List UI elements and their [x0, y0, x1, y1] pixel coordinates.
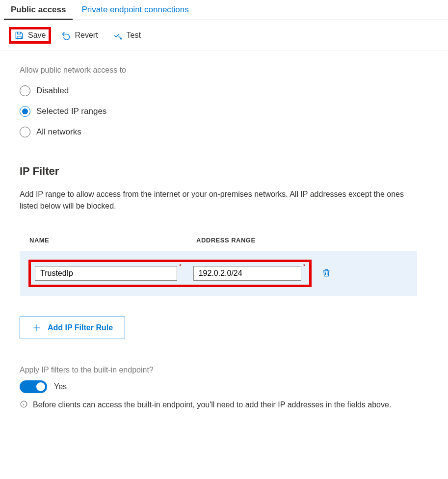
column-name: NAME: [29, 237, 196, 244]
ip-filter-heading: IP Filter: [20, 165, 417, 178]
ip-filter-row-highlight: * *: [28, 260, 312, 287]
content-area: Allow public network access to Disabled …: [0, 51, 437, 426]
info-icon: [20, 400, 28, 408]
range-field-wrap: *: [193, 266, 306, 281]
access-heading: Allow public network access to: [20, 66, 417, 75]
ip-filter-row: * *: [20, 251, 417, 296]
builtin-toggle-row: Yes: [20, 380, 417, 393]
add-ip-filter-rule-button[interactable]: Add IP Filter Rule: [20, 317, 125, 339]
required-indicator: *: [303, 263, 306, 270]
radio-indicator: [20, 106, 30, 117]
radio-label: Selected IP ranges: [36, 106, 106, 116]
revert-button-label: Revert: [75, 31, 98, 40]
required-indicator: *: [179, 263, 182, 270]
toolbar: Save Revert Test: [0, 20, 448, 51]
tab-bar: Public access Private endpoint connectio…: [0, 0, 448, 20]
save-icon: [14, 30, 24, 40]
ip-filter-table: NAME ADDRESS RANGE * *: [20, 230, 417, 296]
radio-indicator: [20, 85, 30, 96]
delete-rule-button[interactable]: [321, 268, 331, 279]
ip-filter-description: Add IP range to allow access from the in…: [20, 188, 417, 212]
builtin-endpoint-toggle[interactable]: [20, 380, 47, 393]
builtin-info-text: Before clients can access the built-in e…: [33, 399, 391, 411]
test-icon: [113, 30, 123, 40]
test-button-label: Test: [127, 31, 141, 40]
radio-selected-ip-ranges[interactable]: Selected IP ranges: [20, 106, 417, 117]
ip-rule-name-input[interactable]: [35, 266, 177, 281]
plus-icon: [32, 323, 42, 333]
save-button[interactable]: Save: [9, 27, 51, 44]
add-ip-filter-rule-label: Add IP Filter Rule: [48, 323, 113, 332]
radio-disabled[interactable]: Disabled: [20, 85, 417, 96]
toggle-label: Yes: [54, 382, 67, 391]
revert-button[interactable]: Revert: [56, 27, 103, 43]
access-radio-group: Disabled Selected IP ranges All networks: [20, 85, 417, 137]
builtin-endpoint-question: Apply IP filters to the built-in endpoin…: [20, 366, 417, 374]
name-field-wrap: *: [35, 266, 182, 281]
radio-all-networks[interactable]: All networks: [20, 127, 417, 137]
radio-label: Disabled: [36, 86, 69, 96]
undo-icon: [61, 30, 71, 40]
svg-rect-0: [17, 36, 21, 39]
ip-filter-table-header: NAME ADDRESS RANGE: [20, 230, 417, 251]
radio-indicator: [20, 127, 30, 137]
trash-icon: [321, 268, 331, 278]
save-button-label: Save: [28, 31, 46, 40]
column-address-range: ADDRESS RANGE: [196, 237, 334, 244]
tab-private-endpoint[interactable]: Private endpoint connections: [74, 0, 196, 20]
radio-label: All networks: [36, 127, 81, 137]
tab-public-access[interactable]: Public access: [3, 0, 74, 20]
builtin-info: Before clients can access the built-in e…: [20, 399, 417, 411]
ip-rule-range-input[interactable]: [193, 266, 301, 281]
test-button[interactable]: Test: [108, 27, 146, 43]
svg-point-1: [120, 38, 122, 39]
